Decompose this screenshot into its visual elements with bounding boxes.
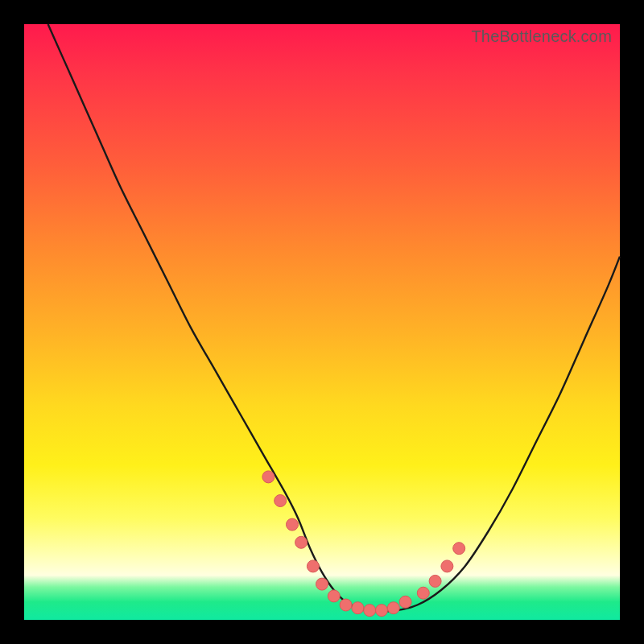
curve-layer <box>24 24 620 620</box>
marker-point <box>328 590 340 602</box>
marker-point <box>417 587 429 599</box>
marker-point <box>387 602 399 614</box>
marker-point <box>441 560 453 572</box>
marker-point <box>316 578 328 590</box>
marker-point <box>262 471 275 483</box>
marker-point <box>287 518 299 530</box>
marker-point <box>399 596 411 608</box>
bottleneck-curve <box>48 24 620 612</box>
plot-area: TheBottleneck.com <box>24 24 620 620</box>
marker-point <box>352 602 364 614</box>
chart-frame: TheBottleneck.com <box>0 0 644 644</box>
marker-point <box>340 599 352 611</box>
marker-point <box>429 575 441 587</box>
marker-point <box>307 560 319 572</box>
marker-point <box>364 605 376 617</box>
marker-point <box>275 495 287 507</box>
marker-point <box>453 543 465 555</box>
marker-point <box>295 536 308 548</box>
marker-point <box>376 605 388 617</box>
